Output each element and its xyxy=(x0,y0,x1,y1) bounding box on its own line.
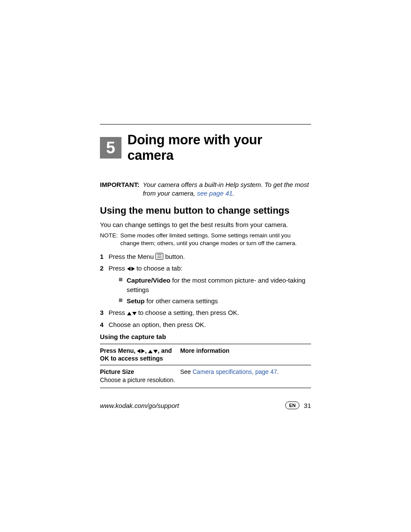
footer-url[interactable]: www.kodak.com/go/support xyxy=(100,402,179,409)
left-right-arrows-icon xyxy=(127,264,135,272)
step-2-text-a: Press xyxy=(109,264,127,272)
table-header-col2: More information xyxy=(180,344,311,365)
up-down-arrows-icon xyxy=(127,309,137,316)
step-1: Press the Menu button. xyxy=(100,252,311,261)
bullet-1-bold: Capture/Video xyxy=(127,277,170,284)
chapter-title: Doing more with your camera xyxy=(128,132,311,163)
important-note: IMPORTANT: Your camera offers a built-in… xyxy=(100,180,311,197)
chapter-rule xyxy=(100,124,311,124)
setting-title: Picture Size xyxy=(100,368,178,376)
step-4-text: Choose an option, then press OK. xyxy=(109,321,206,328)
chapter-number-box: 5 xyxy=(100,137,121,159)
step-1-text-a: Press the Menu xyxy=(109,253,156,260)
table-header-row: Press Menu, , , and OK to access setting… xyxy=(100,344,311,365)
step-2-sublist: Capture/Video for the most common pictur… xyxy=(119,276,311,305)
step-3-text-a: Press xyxy=(109,309,127,316)
step-2-bullet-2: Setup for other camera settings xyxy=(119,296,311,306)
bullet-2-bold: Setup xyxy=(127,297,145,305)
capture-tab-heading: Using the capture tab xyxy=(100,333,311,340)
after-text: . xyxy=(277,368,279,375)
note-text: Some modes offer limited settings. Some … xyxy=(120,232,311,247)
footer-right: EN 31 xyxy=(285,401,311,409)
table-header-col1: Press Menu, , , and OK to access setting… xyxy=(100,344,180,365)
step-4: Choose an option, then press OK. xyxy=(100,320,311,330)
section-heading: Using the menu button to change settings xyxy=(100,205,311,216)
step-2-bullet-1: Capture/Video for the most common pictur… xyxy=(119,276,311,295)
setting-desc: Choose a picture resolution. xyxy=(100,376,178,384)
table-cell-info: See Camera specifications, page 47. xyxy=(180,365,311,388)
manual-page: 5 Doing more with your camera IMPORTANT:… xyxy=(100,124,311,388)
important-text-after: . xyxy=(233,190,234,197)
important-label: IMPORTANT: xyxy=(100,180,139,197)
chapter-number: 5 xyxy=(106,139,115,157)
ud-arrows-icon xyxy=(148,347,158,354)
step-2-text-b: to choose a tab: xyxy=(135,264,183,272)
steps-list: Press the Menu button. Press to choose a… xyxy=(100,252,311,330)
menu-icon xyxy=(156,253,163,260)
important-text: Your camera offers a built-in Help syste… xyxy=(143,180,311,197)
section-intro: You can change settings to get the best … xyxy=(100,221,311,229)
chapter-header: 5 Doing more with your camera xyxy=(100,132,311,163)
important-link[interactable]: see page 41 xyxy=(197,190,233,197)
step-1-text-b: button. xyxy=(163,253,185,260)
step-2: Press to choose a tab: Capture/Video for… xyxy=(100,264,311,305)
page-footer: www.kodak.com/go/support EN 31 xyxy=(100,401,311,409)
page-number: 31 xyxy=(304,402,311,409)
table-cell-setting: Picture Size Choose a picture resolution… xyxy=(100,365,180,388)
spec-link[interactable]: Camera specifications, page 47 xyxy=(193,368,277,375)
table-row: Picture Size Choose a picture resolution… xyxy=(100,365,311,388)
language-badge: EN xyxy=(285,401,299,409)
note-label: NOTE: xyxy=(100,232,118,247)
see-text: See xyxy=(180,368,193,375)
settings-table: Press Menu, , , and OK to access setting… xyxy=(100,344,311,388)
lr-arrows-icon xyxy=(137,347,145,354)
step-3: Press to choose a setting, then press OK… xyxy=(100,308,311,317)
th1-b: , xyxy=(145,347,148,354)
step-3-text-b: to choose a setting, then press OK. xyxy=(137,309,239,316)
bullet-2-text: for other camera settings xyxy=(145,297,218,305)
th1-a: Press Menu, xyxy=(100,347,137,354)
note-block: NOTE: Some modes offer limited settings.… xyxy=(100,232,311,247)
